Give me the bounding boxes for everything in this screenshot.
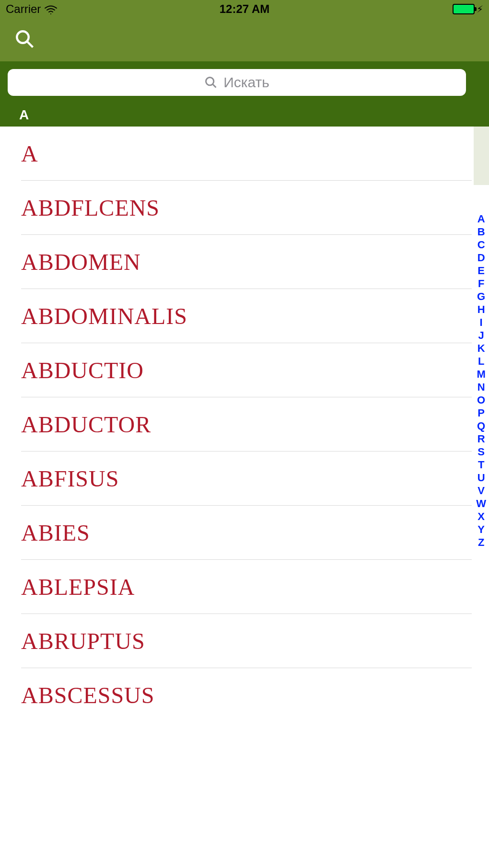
index-letter[interactable]: A bbox=[477, 213, 485, 225]
index-letter[interactable]: N bbox=[477, 381, 485, 393]
word-label: ABSCESSUS bbox=[21, 682, 154, 708]
charging-icon: ⚡︎ bbox=[477, 3, 483, 15]
index-letter[interactable]: H bbox=[477, 303, 485, 316]
list-item[interactable]: ABSCESSUS bbox=[21, 668, 472, 722]
index-letter[interactable]: M bbox=[477, 368, 485, 381]
word-label: ABIES bbox=[21, 520, 90, 546]
wifi-icon bbox=[45, 4, 57, 14]
word-label: ABDFLCENS bbox=[21, 195, 160, 221]
word-label: ABFISUS bbox=[21, 465, 119, 492]
index-letter[interactable]: B bbox=[477, 226, 485, 238]
search-placeholder: Искать bbox=[223, 74, 269, 91]
carrier-label: Carrier bbox=[6, 2, 41, 16]
index-letter[interactable]: C bbox=[477, 239, 485, 251]
svg-line-3 bbox=[213, 84, 216, 88]
search-field-icon bbox=[204, 76, 218, 89]
search-icon[interactable] bbox=[14, 29, 35, 51]
alphabet-index[interactable]: A B C D E F G H I J K L M N O P Q R S T … bbox=[476, 213, 486, 549]
index-letter[interactable]: K bbox=[477, 342, 485, 355]
index-letter[interactable]: Z bbox=[478, 536, 484, 549]
index-letter[interactable]: Y bbox=[477, 523, 485, 536]
list-item[interactable]: ABDOMINALIS bbox=[21, 289, 472, 343]
section-header: A bbox=[0, 104, 489, 127]
nav-bar bbox=[0, 18, 489, 61]
index-letter[interactable]: J bbox=[478, 329, 484, 342]
index-letter[interactable]: R bbox=[477, 433, 485, 445]
index-letter[interactable]: W bbox=[476, 498, 486, 510]
word-label: ABRUPTUS bbox=[21, 628, 145, 654]
status-left: Carrier bbox=[6, 2, 57, 16]
index-letter[interactable]: T bbox=[478, 459, 484, 471]
index-letter[interactable]: F bbox=[478, 278, 484, 290]
index-letter[interactable]: I bbox=[480, 316, 483, 329]
status-time: 12:27 AM bbox=[220, 2, 269, 16]
svg-point-0 bbox=[17, 31, 29, 43]
content-area: A ABDFLCENS ABDOMEN ABDOMINALIS ABDUCTIO… bbox=[0, 127, 489, 722]
word-label: ABDOMINALIS bbox=[21, 303, 187, 329]
list-item[interactable]: ABFISUS bbox=[21, 451, 472, 506]
index-letter[interactable]: E bbox=[477, 265, 485, 277]
search-container: Искать bbox=[0, 61, 489, 104]
svg-line-1 bbox=[27, 41, 33, 47]
index-letter[interactable]: U bbox=[477, 472, 485, 484]
index-letter[interactable]: P bbox=[477, 407, 485, 419]
list-item[interactable]: ABIES bbox=[21, 506, 472, 560]
word-label: A bbox=[21, 140, 38, 167]
search-input[interactable]: Искать bbox=[8, 69, 466, 96]
list-item[interactable]: ABLEPSIA bbox=[21, 560, 472, 614]
index-letter[interactable]: O bbox=[477, 394, 485, 406]
index-letter[interactable]: D bbox=[477, 252, 485, 264]
list-item[interactable]: A bbox=[21, 127, 472, 181]
list-item[interactable]: ABDFLCENS bbox=[21, 181, 472, 235]
index-letter[interactable]: X bbox=[477, 510, 485, 523]
section-header-label: A bbox=[19, 107, 29, 123]
index-letter[interactable]: V bbox=[477, 485, 485, 497]
word-label: ABDUCTOR bbox=[21, 411, 151, 438]
list-item[interactable]: ABDOMEN bbox=[21, 235, 472, 289]
word-label: ABDOMEN bbox=[21, 249, 141, 275]
word-list[interactable]: A ABDFLCENS ABDOMEN ABDOMINALIS ABDUCTIO… bbox=[0, 127, 489, 722]
word-label: ABLEPSIA bbox=[21, 574, 135, 600]
status-right: ⚡︎ bbox=[453, 3, 483, 15]
battery-icon bbox=[453, 4, 475, 14]
index-letter[interactable]: G bbox=[477, 290, 485, 303]
list-item[interactable]: ABDUCTOR bbox=[21, 397, 472, 451]
index-letter[interactable]: S bbox=[477, 446, 485, 458]
word-label: ABDUCTIO bbox=[21, 357, 144, 383]
index-letter[interactable]: L bbox=[478, 355, 484, 368]
index-letter[interactable]: Q bbox=[477, 420, 485, 432]
list-item[interactable]: ABRUPTUS bbox=[21, 614, 472, 668]
svg-point-2 bbox=[206, 78, 214, 85]
status-bar: Carrier 12:27 AM ⚡︎ bbox=[0, 0, 489, 18]
list-item[interactable]: ABDUCTIO bbox=[21, 343, 472, 397]
